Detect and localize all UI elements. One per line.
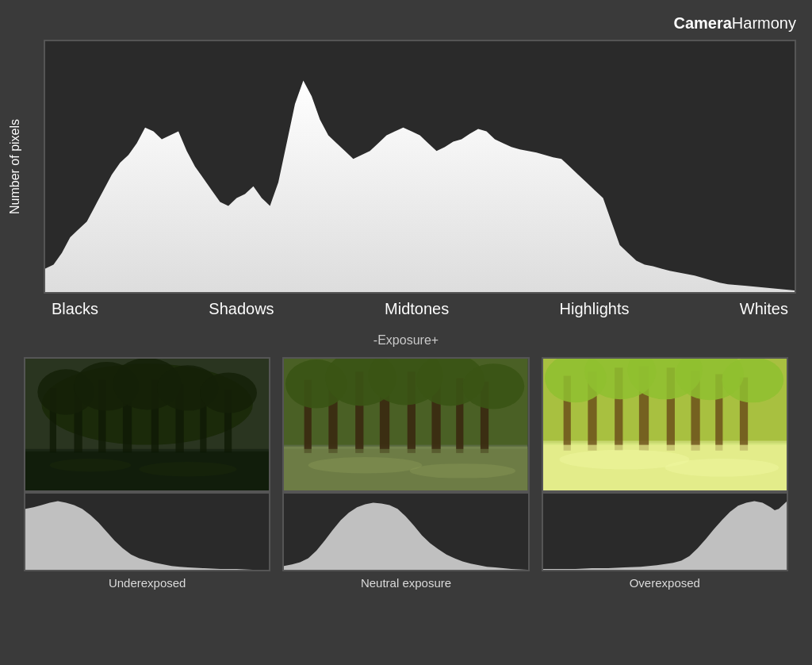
svg-point-38	[308, 457, 422, 473]
svg-point-59	[665, 459, 778, 477]
label-whites: Whites	[740, 300, 788, 318]
label-blacks: Blacks	[52, 300, 98, 318]
x-axis-labels: Blacks Shadows Midtones Highlights White…	[44, 300, 796, 318]
svg-marker-60	[543, 502, 787, 570]
neutral-photo	[282, 357, 529, 492]
overexposed-label: Overexposed	[542, 576, 788, 590]
underexposed-panel: Underexposed	[24, 357, 270, 590]
svg-point-36	[463, 363, 525, 409]
exposure-label: -Exposure+	[0, 333, 812, 348]
neutral-histogram	[282, 492, 529, 571]
histogram-svg	[45, 41, 795, 292]
svg-marker-40	[284, 503, 527, 570]
app-logo: CameraHarmony	[673, 14, 796, 33]
svg-point-56	[722, 359, 783, 402]
underexposed-photo	[24, 357, 270, 492]
svg-marker-0	[45, 80, 795, 292]
logo-light: Harmony	[732, 14, 796, 32]
underexposed-label: Underexposed	[24, 576, 270, 590]
label-midtones: Midtones	[385, 300, 449, 318]
svg-point-19	[139, 462, 236, 476]
neutral-label: Neutral exposure	[282, 576, 529, 590]
svg-point-16	[200, 372, 257, 413]
y-axis-label: Number of pixels	[8, 40, 22, 294]
neutral-panel: Neutral exposure	[282, 357, 529, 590]
underexposed-histogram	[24, 492, 270, 571]
svg-point-39	[410, 463, 515, 478]
main-histogram	[44, 40, 796, 294]
svg-marker-20	[25, 502, 269, 570]
overexposed-panel: Overexposed	[542, 357, 788, 590]
panels-row: Underexposed	[24, 357, 788, 590]
overexposed-photo	[542, 357, 788, 492]
svg-point-18	[50, 459, 131, 471]
logo-bold: Camera	[673, 14, 731, 32]
label-shadows: Shadows	[209, 300, 274, 318]
overexposed-histogram	[542, 492, 788, 571]
label-highlights: Highlights	[560, 300, 630, 318]
